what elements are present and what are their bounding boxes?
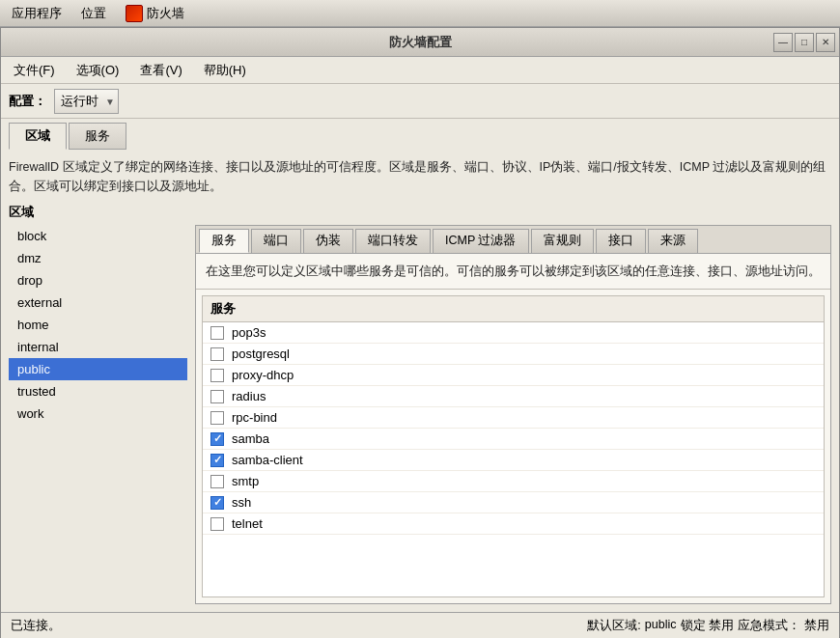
- places-menu-item[interactable]: 位置: [77, 3, 110, 24]
- inner-description: 在这里您可以定义区域中哪些服务是可信的。可信的服务可以被绑定到该区域的任意连接、…: [196, 254, 830, 290]
- content-split: block dmz drop external home internal pu…: [9, 225, 831, 604]
- service-postgresql-label: postgresql: [232, 347, 290, 361]
- service-row: samba: [203, 429, 824, 450]
- zone-trusted[interactable]: trusted: [9, 380, 187, 402]
- options-menu-item[interactable]: 选项(O): [68, 59, 128, 82]
- zone-internal[interactable]: internal: [9, 336, 187, 358]
- service-telnet-label: telnet: [232, 516, 263, 531]
- status-emergency-label: 应急模式：: [738, 618, 800, 634]
- zones-heading: 区域: [9, 204, 831, 221]
- maximize-button[interactable]: □: [795, 33, 814, 52]
- zone-home[interactable]: home: [9, 314, 187, 336]
- outer-tabs: 区域 服务: [1, 119, 839, 150]
- service-proxy-dhcp-label: proxy-dhcp: [232, 368, 294, 382]
- inner-tab-ports[interactable]: 端口: [251, 229, 301, 253]
- menu-bar: 文件(F) 选项(O) 查看(V) 帮助(H): [1, 57, 839, 84]
- minimize-button[interactable]: —: [773, 33, 793, 52]
- view-menu-item[interactable]: 查看(V): [131, 59, 190, 82]
- status-emergency-state: 禁用: [804, 618, 829, 634]
- window-title: 防火墙配置: [389, 34, 452, 51]
- config-select-wrapper: 运行时永久: [54, 89, 119, 114]
- status-right: 默认区域: public 锁定 禁用 应急模式： 禁用: [587, 618, 829, 634]
- service-row: pop3s: [203, 322, 824, 344]
- service-smtp-label: smtp: [232, 474, 259, 488]
- config-bar: 配置： 运行时永久: [1, 84, 839, 119]
- service-smtp-checkbox[interactable]: [210, 475, 224, 488]
- service-proxy-dhcp-checkbox[interactable]: [210, 369, 224, 382]
- service-radius-checkbox[interactable]: [210, 390, 224, 403]
- description-text: FirewallD 区域定义了绑定的网络连接、接口以及源地址的可信程度。区域是服…: [9, 157, 831, 196]
- applications-label: 应用程序: [12, 5, 62, 22]
- zone-list: block dmz drop external home internal pu…: [9, 225, 187, 604]
- service-samba-label: samba: [232, 431, 269, 446]
- inner-tab-port-forward[interactable]: 端口转发: [355, 229, 431, 253]
- service-telnet-checkbox[interactable]: [210, 517, 224, 531]
- main-content: FirewallD 区域定义了绑定的网络连接、接口以及源地址的可信程度。区域是服…: [1, 150, 839, 612]
- service-radius-label: radius: [232, 389, 266, 403]
- inner-tab-interfaces[interactable]: 接口: [596, 229, 646, 253]
- firewall-menu-label: 防火墙: [147, 5, 184, 22]
- service-row: samba-client: [203, 450, 824, 471]
- help-menu-item[interactable]: 帮助(H): [195, 59, 255, 82]
- main-window: 防火墙配置 — □ ✕ 文件(F) 选项(O) 查看(V) 帮助(H) 配置： …: [0, 27, 840, 638]
- service-row: ssh: [203, 492, 824, 513]
- inner-tab-services[interactable]: 服务: [199, 229, 249, 253]
- service-row: smtp: [203, 471, 824, 492]
- tab-zone[interactable]: 区域: [9, 123, 67, 150]
- firewall-icon: [126, 5, 143, 22]
- status-bar: 已连接。 默认区域: public 锁定 禁用 应急模式： 禁用: [1, 612, 839, 638]
- inner-tab-sources[interactable]: 来源: [648, 229, 698, 253]
- service-samba-client-label: samba-client: [232, 453, 303, 467]
- services-table[interactable]: 服务 pop3s postgresql proxy-dhcp: [202, 295, 825, 597]
- zone-block[interactable]: block: [9, 225, 187, 247]
- service-ssh-label: ssh: [232, 495, 251, 510]
- status-connected: 已连接。: [11, 618, 61, 634]
- places-label: 位置: [81, 5, 106, 22]
- close-button[interactable]: ✕: [816, 33, 835, 52]
- service-row: rpc-bind: [203, 407, 824, 429]
- service-samba-checkbox[interactable]: [210, 432, 224, 446]
- applications-menu-item[interactable]: 应用程序: [8, 3, 66, 24]
- file-menu-item[interactable]: 文件(F): [5, 59, 64, 82]
- service-row: radius: [203, 386, 824, 407]
- service-row: telnet: [203, 513, 824, 535]
- service-ssh-checkbox[interactable]: [210, 496, 224, 510]
- service-row: postgresql: [203, 344, 824, 365]
- zone-external[interactable]: external: [9, 291, 187, 314]
- zone-drop[interactable]: drop: [9, 269, 187, 291]
- zone-work[interactable]: work: [9, 402, 187, 425]
- title-bar-controls: — □ ✕: [773, 33, 835, 52]
- firewall-menu-item[interactable]: 防火墙: [122, 3, 188, 24]
- service-rpc-bind-label: rpc-bind: [232, 410, 277, 425]
- status-default-zone-value: public: [645, 618, 677, 634]
- config-select[interactable]: 运行时永久: [54, 89, 119, 114]
- right-panel: 服务 端口 伪装 端口转发 ICMP 过滤器 富规则 接口 来源 在这里您可以定…: [195, 225, 831, 604]
- inner-tab-rich-rules[interactable]: 富规则: [531, 229, 594, 253]
- system-bar: 应用程序 位置 防火墙: [0, 0, 840, 27]
- service-row: proxy-dhcp: [203, 365, 824, 386]
- status-lock: 锁定 禁用: [681, 618, 734, 634]
- inner-tabs: 服务 端口 伪装 端口转发 ICMP 过滤器 富规则 接口 来源: [196, 226, 830, 254]
- inner-tab-masquerade[interactable]: 伪装: [303, 229, 353, 253]
- service-rpc-bind-checkbox[interactable]: [210, 411, 224, 425]
- services-table-header: 服务: [203, 296, 824, 322]
- inner-tab-icmp[interactable]: ICMP 过滤器: [433, 229, 529, 253]
- zone-public[interactable]: public: [9, 358, 187, 380]
- service-pop3s-checkbox[interactable]: [210, 326, 224, 340]
- service-postgresql-checkbox[interactable]: [210, 347, 224, 361]
- tab-service[interactable]: 服务: [69, 123, 126, 150]
- title-bar: 防火墙配置 — □ ✕: [1, 28, 839, 57]
- service-samba-client-checkbox[interactable]: [210, 454, 224, 467]
- config-label: 配置：: [9, 93, 46, 110]
- service-pop3s-label: pop3s: [232, 325, 266, 340]
- status-default-zone-label: 默认区域:: [587, 618, 640, 634]
- zone-dmz[interactable]: dmz: [9, 247, 187, 269]
